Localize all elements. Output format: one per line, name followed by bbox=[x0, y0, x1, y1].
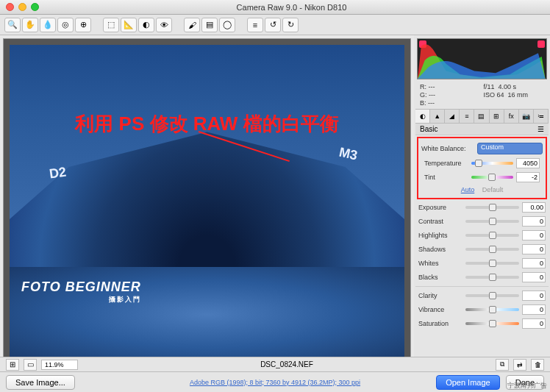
panel-tabs: ◐ ▲ ◢ ≡ ▤ ⊞ fx 📷 ≔ bbox=[415, 109, 549, 124]
tab-hsl-icon[interactable]: ≡ bbox=[460, 110, 474, 123]
preview-footer: ⊞ ▭ 11.9% DSC_0824.NEF ⧉ ⇄ 🗑 bbox=[0, 357, 550, 371]
saturation-label: Saturation bbox=[418, 320, 463, 327]
highlights-label: Highlights bbox=[418, 232, 463, 239]
contrast-slider[interactable] bbox=[465, 217, 519, 226]
shadows-slider[interactable] bbox=[465, 245, 519, 254]
open-image-button[interactable]: Open Image bbox=[436, 375, 500, 390]
rotate-cw-icon[interactable]: ↻ bbox=[282, 18, 299, 32]
default-link: Default bbox=[482, 186, 504, 193]
redeye-icon[interactable]: 👁 bbox=[156, 18, 172, 32]
tab-detail-icon[interactable]: ◢ bbox=[445, 110, 460, 123]
filename-display: DSC_0824.NEF bbox=[82, 360, 491, 368]
close-button[interactable] bbox=[6, 3, 14, 11]
crop-icon[interactable]: ⬚ bbox=[103, 18, 119, 32]
wb-label: White Balance: bbox=[421, 145, 474, 152]
blacks-label: Blacks bbox=[418, 274, 463, 281]
clarity-value[interactable]: 0 bbox=[522, 291, 546, 301]
panel-menu-icon[interactable]: ☰ bbox=[538, 125, 544, 133]
contrast-value[interactable]: 0 bbox=[522, 216, 546, 227]
highlights-value[interactable]: 0 bbox=[522, 230, 546, 240]
single-view-icon[interactable]: ▭ bbox=[24, 359, 37, 371]
color-sampler-icon[interactable]: ◎ bbox=[57, 18, 74, 32]
saturation-value[interactable]: 0 bbox=[522, 318, 546, 329]
whites-slider[interactable] bbox=[465, 259, 519, 268]
tab-presets-icon[interactable]: ≔ bbox=[534, 110, 549, 123]
save-image-button[interactable]: Save Image... bbox=[6, 375, 75, 390]
radial-filter-icon[interactable]: ◯ bbox=[219, 18, 235, 32]
toolbar: 🔍 ✋ 💧 ◎ ⊕ ⬚ 📐 ◐ 👁 🖌 ▤ ◯ ≡ ↺ ↻ bbox=[0, 15, 550, 35]
tab-camera-icon[interactable]: 📷 bbox=[519, 110, 534, 123]
footer: Save Image... Adobe RGB (1998); 8 bit; 7… bbox=[0, 371, 550, 392]
image-preview[interactable]: D2 M3 FOTO BEGINNER 攝影入門 利用 PS 修改 RAW 檔的… bbox=[3, 38, 411, 368]
window-title: Camera Raw 9.0 - Nikon D810 bbox=[39, 3, 544, 12]
exposure-label: Exposure bbox=[418, 204, 463, 211]
tab-split-icon[interactable]: ▤ bbox=[474, 110, 489, 123]
corner-watermark: 宁波甬邦广告 bbox=[507, 381, 547, 391]
maximize-button[interactable] bbox=[31, 3, 39, 11]
histogram[interactable] bbox=[417, 38, 547, 79]
rotate-ccw-icon[interactable]: ↺ bbox=[265, 18, 281, 32]
minimize-button[interactable] bbox=[18, 3, 26, 11]
shadows-label: Shadows bbox=[418, 246, 463, 253]
vibrance-label: Vibrance bbox=[418, 306, 463, 313]
tint-slider[interactable] bbox=[471, 173, 513, 182]
vibrance-slider[interactable] bbox=[465, 305, 519, 314]
tint-label: Tint bbox=[424, 174, 468, 181]
contrast-label: Contrast bbox=[418, 218, 463, 225]
vibrance-value[interactable]: 0 bbox=[522, 304, 546, 315]
zoom-tool-icon[interactable]: 🔍 bbox=[4, 18, 21, 32]
titlebar: Camera Raw 9.0 - Nikon D810 bbox=[0, 0, 550, 15]
whites-label: Whites bbox=[418, 260, 463, 267]
adjustment-brush-icon[interactable]: 🖌 bbox=[184, 18, 200, 32]
blacks-slider[interactable] bbox=[465, 273, 519, 282]
exposure-value[interactable]: 0.00 bbox=[522, 202, 546, 213]
exposure-slider[interactable] bbox=[465, 203, 519, 212]
saturation-slider[interactable] bbox=[465, 319, 519, 328]
temperature-label: Temperature bbox=[424, 160, 468, 167]
tab-fx-icon[interactable]: fx bbox=[504, 110, 519, 123]
tab-basic-icon[interactable]: ◐ bbox=[415, 110, 430, 123]
temperature-slider[interactable] bbox=[471, 159, 513, 168]
eyedropper-icon[interactable]: 💧 bbox=[40, 18, 56, 32]
clarity-label: Clarity bbox=[418, 292, 463, 299]
workflow-options-link[interactable]: Adobe RGB (1998); 8 bit; 7360 by 4912 (3… bbox=[190, 379, 360, 386]
shadows-value[interactable]: 0 bbox=[522, 244, 546, 254]
whites-value[interactable]: 0 bbox=[522, 258, 546, 268]
white-balance-section: White Balance: Custom Temperature 4050 T… bbox=[417, 137, 547, 199]
auto-link[interactable]: Auto bbox=[461, 186, 475, 193]
image-label-d2: D2 bbox=[48, 164, 67, 182]
hand-tool-icon[interactable]: ✋ bbox=[22, 18, 38, 32]
wb-dropdown[interactable]: Custom bbox=[477, 143, 543, 154]
temperature-value[interactable]: 4050 bbox=[516, 158, 540, 168]
side-panel: R: --- f/11 4.00 s G: --- ISO 64 16 mm B… bbox=[414, 35, 550, 371]
graduated-filter-icon[interactable]: ▤ bbox=[201, 18, 218, 32]
straighten-icon[interactable]: 📐 bbox=[121, 18, 137, 32]
swap-icon[interactable]: ⇄ bbox=[513, 359, 526, 371]
blacks-value[interactable]: 0 bbox=[522, 272, 546, 282]
tab-curve-icon[interactable]: ▲ bbox=[430, 110, 445, 123]
tint-value[interactable]: -2 bbox=[516, 172, 540, 182]
tutorial-overlay-text: 利用 PS 修改 RAW 檔的白平衡 bbox=[75, 111, 338, 137]
compare-icon[interactable]: ⧉ bbox=[496, 359, 509, 371]
preferences-icon[interactable]: ≡ bbox=[247, 18, 263, 32]
zoom-level[interactable]: 11.9% bbox=[41, 360, 78, 370]
exif-readout: R: --- f/11 4.00 s G: --- ISO 64 16 mm B… bbox=[415, 81, 549, 109]
watermark: FOTO BEGINNER 攝影入門 bbox=[21, 279, 141, 304]
spot-removal-icon[interactable]: ◐ bbox=[138, 18, 154, 32]
panel-header: Basic☰ bbox=[415, 124, 549, 135]
highlights-slider[interactable] bbox=[465, 231, 519, 240]
clarity-slider[interactable] bbox=[465, 291, 519, 300]
tab-lens-icon[interactable]: ⊞ bbox=[490, 110, 504, 123]
target-adjust-icon[interactable]: ⊕ bbox=[75, 18, 91, 32]
delete-icon[interactable]: 🗑 bbox=[531, 359, 544, 371]
grid-view-icon[interactable]: ⊞ bbox=[6, 359, 19, 371]
